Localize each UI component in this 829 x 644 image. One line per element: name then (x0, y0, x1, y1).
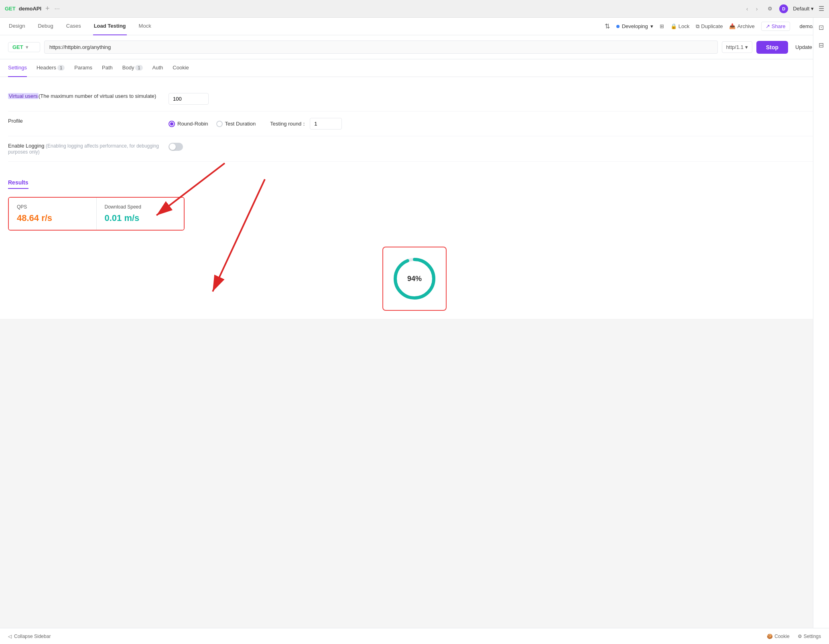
progress-label: 94% (407, 275, 422, 283)
more-options-button[interactable]: ··· (55, 5, 60, 12)
menu-icon[interactable]: ☰ (819, 5, 824, 12)
testing-round-group: Testing round： (270, 118, 342, 130)
nav-back-button[interactable]: ‹ (743, 5, 751, 13)
bottom-right: 🍪 Cookie ⚙ Settings (767, 634, 821, 639)
virtual-users-label: Virtual users(The maximum number of virt… (8, 93, 161, 99)
virtual-users-control (169, 93, 821, 105)
method-chevron-icon: ▾ (26, 44, 28, 50)
env-dot (616, 25, 620, 28)
subtab-path[interactable]: Path (102, 59, 113, 77)
enable-logging-row: Enable Logging (Enabling logging affects… (8, 136, 821, 162)
stop-button[interactable]: Stop (756, 41, 788, 54)
tab-mock[interactable]: Mock (138, 18, 152, 35)
tab-design[interactable]: Design (8, 18, 26, 35)
side-icon-1[interactable]: ⊡ (816, 22, 827, 33)
test-duration-label: Test Duration (225, 121, 256, 127)
title-method: GET (5, 6, 16, 12)
url-bar: GET ▾ http/1.1 ▾ Stop Update ? (0, 35, 829, 59)
lock-button[interactable]: 🔒 Lock (671, 23, 689, 29)
method-text: GET (12, 44, 23, 50)
radio-group: Round-Robin Test Duration Testing round： (169, 118, 821, 130)
enable-logging-title: Enable Logging (8, 143, 44, 149)
title-bar: GET demoAPI + ··· ‹ › ⚙ D Default ▾ ☰ (0, 0, 829, 18)
enable-logging-toggle[interactable] (169, 143, 183, 151)
cookie-button[interactable]: 🍪 Cookie (767, 634, 789, 639)
sub-tabs: Settings Headers1 Params Path Body1 Auth… (0, 59, 829, 77)
collapse-sidebar-label[interactable]: Collapse Sidebar (14, 634, 51, 639)
nav-arrows: ‹ › (743, 5, 761, 13)
nav-forward-button[interactable]: › (753, 5, 761, 13)
archive-icon: 📥 (729, 23, 736, 29)
lock-icon: 🔒 (671, 23, 677, 29)
subtab-params[interactable]: Params (74, 59, 92, 77)
side-icon-2[interactable]: ⊟ (816, 39, 827, 51)
sort-icon[interactable]: ⇅ (605, 22, 610, 30)
progress-circle: 94% (390, 255, 439, 303)
workspace-label: Default ▾ (793, 6, 814, 12)
layout-icon[interactable]: ⊞ (660, 23, 664, 29)
tab-debug[interactable]: Debug (37, 18, 54, 35)
title-bar-right: ‹ › ⚙ D Default ▾ ☰ (743, 4, 824, 13)
cookie-icon: 🍪 (767, 634, 773, 639)
tab-bar: Design Debug Cases Load Testing Mock ⇅ D… (0, 18, 829, 35)
duplicate-button[interactable]: ⧉ Duplicate (696, 23, 723, 30)
share-button[interactable]: ↗ Share (761, 22, 790, 31)
virtual-users-desc: (The maximum number of virtual users to … (39, 93, 156, 99)
subtab-settings[interactable]: Settings (8, 59, 27, 77)
collapse-sidebar-icon: ◁ (8, 634, 12, 639)
subtab-cookie[interactable]: Cookie (173, 59, 189, 77)
env-selector[interactable]: Developing ▾ (616, 23, 653, 29)
tab-load-testing[interactable]: Load Testing (93, 18, 127, 35)
add-tab-button[interactable]: + (45, 4, 50, 13)
progress-container: 94% (8, 247, 821, 311)
progress-box: 94% (382, 247, 447, 311)
share-icon: ↗ (766, 23, 770, 29)
method-selector[interactable]: GET ▾ (8, 42, 40, 52)
round-robin-label: Round-Robin (177, 121, 208, 127)
virtual-users-input[interactable] (169, 93, 209, 105)
body-badge: 1 (135, 65, 142, 71)
test-duration-radio[interactable]: Test Duration (216, 121, 256, 127)
protocol-selector[interactable]: http/1.1 ▾ (722, 41, 752, 53)
virtual-users-highlight: Virtual users (8, 93, 39, 99)
main-content: Virtual users(The maximum number of virt… (0, 77, 829, 171)
side-panel-right: ⊡ ⊟ (813, 18, 829, 628)
round-robin-radio[interactable]: Round-Robin (169, 121, 208, 127)
round-robin-radio-circle (169, 121, 175, 127)
results-header: Results (8, 179, 28, 189)
bottom-bar: ◁ Collapse Sidebar 🍪 Cookie ⚙ Settings (0, 628, 829, 644)
bottom-left: ◁ Collapse Sidebar (8, 634, 51, 639)
download-speed-label: Download Speed (105, 204, 176, 210)
profile-row: Profile Round-Robin Test Duration Testin… (8, 111, 821, 136)
subtab-headers[interactable]: Headers1 (37, 59, 65, 77)
testing-round-label: Testing round： (270, 120, 307, 128)
qps-metric-card: QPS 48.64 r/s (9, 198, 96, 230)
subtab-body[interactable]: Body1 (122, 59, 143, 77)
toggle-knob (169, 144, 176, 150)
qps-value: 48.64 r/s (17, 213, 88, 223)
tab-cases[interactable]: Cases (65, 18, 82, 35)
settings-icon[interactable]: ⚙ (766, 4, 774, 13)
user-avatar[interactable]: D (779, 4, 788, 13)
archive-button[interactable]: 📥 Archive (729, 23, 754, 29)
update-label: Update (795, 44, 812, 50)
profile-label: Profile (8, 118, 161, 124)
headers-badge: 1 (57, 65, 65, 71)
title-api-name: demoAPI (19, 6, 41, 12)
subtab-auth[interactable]: Auth (152, 59, 163, 77)
download-speed-value: 0.01 m/s (105, 213, 176, 223)
protocol-text: http/1.1 (726, 44, 744, 50)
virtual-users-row: Virtual users(The maximum number of virt… (8, 87, 821, 111)
metrics-grid: QPS 48.64 r/s Download Speed 0.01 m/s (8, 197, 185, 231)
settings-button[interactable]: ⚙ Settings (798, 634, 821, 639)
env-chevron-icon: ▾ (650, 23, 653, 29)
enable-logging-label: Enable Logging (Enabling logging affects… (8, 143, 161, 155)
env-label: Developing (622, 23, 648, 29)
download-speed-metric-card: Download Speed 0.01 m/s (96, 198, 184, 230)
results-section: Results QPS 48.64 r/s Download Speed 0.0… (0, 171, 829, 319)
settings-gear-icon: ⚙ (798, 634, 802, 639)
tab-bar-actions: ⇅ Developing ▾ ⊞ 🔒 Lock ⧉ Duplicate 📥 Ar… (605, 22, 821, 31)
duplicate-icon: ⧉ (696, 23, 699, 30)
testing-round-input[interactable] (310, 118, 342, 130)
url-input[interactable] (44, 41, 718, 54)
